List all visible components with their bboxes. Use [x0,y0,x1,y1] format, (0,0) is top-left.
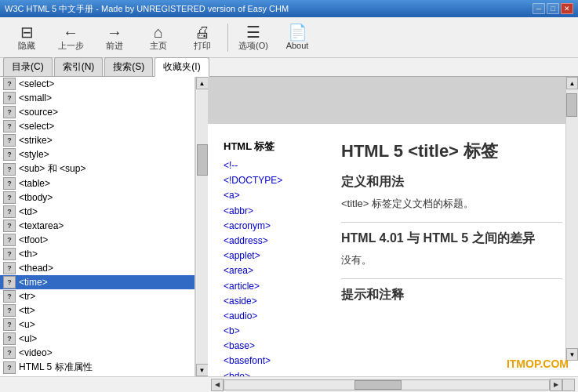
tree-item-text: <textarea> [19,220,64,231]
tab-favorites[interactable]: 收藏夹(I) [154,57,209,77]
tree-item-text: <style> [19,149,49,160]
tree-item[interactable]: ?<ul> [0,332,194,346]
tree-item-icon: ? [3,120,16,132]
tree-item[interactable]: ?<small> [0,91,194,105]
tree-item[interactable]: ?<style> [0,147,194,162]
tree-item[interactable]: ?<td> [0,205,194,219]
scroll-down-button[interactable]: ▼ [196,364,209,376]
tab-search[interactable]: 搜索(S) [104,57,153,76]
toolbar-forward-button[interactable]: → 前进 [94,20,135,55]
tag-link[interactable]: <audio> [224,309,325,324]
tree-item[interactable]: ?<tt> [0,303,194,318]
tree-item[interactable]: ?<time> [0,275,194,289]
options-icon: ☰ [246,24,260,40]
tree-item-text: <video> [19,347,53,358]
about-icon: 📄 [288,24,307,40]
tab-index[interactable]: 索引(N) [54,57,104,76]
toolbar-home-button[interactable]: ⌂ 主页 [138,20,179,55]
tree-item[interactable]: ?<th> [0,247,194,261]
hscroll-right-button[interactable]: ▶ [550,379,562,391]
tree-item[interactable]: ?HTML 5 标准属性 [0,360,194,375]
tree-item-text: <small> [19,93,52,103]
tag-link[interactable]: <article> [224,279,325,294]
tag-link[interactable]: <!-- [224,158,325,173]
tag-link[interactable]: <basefont> [224,354,325,368]
left-scrollbar[interactable]: ▲ ▼ [195,77,208,376]
tab-contents[interactable]: 目录(C) [3,57,53,76]
tag-link[interactable]: <a> [224,188,325,203]
tag-link[interactable]: <area> [224,263,325,278]
tag-link[interactable]: <bdo> [224,369,325,376]
tree-item[interactable]: ?<strike> [0,133,194,147]
toolbar-about-button[interactable]: 📄 About [277,20,318,55]
tag-link[interactable]: <base> [224,339,325,354]
right-scrollbar[interactable]: ▲ ▼ [565,77,578,361]
tab-bar: 目录(C) 索引(N) 搜索(S) 收藏夹(I) [0,58,578,77]
tree-item-icon: ? [3,234,16,246]
tree-item-text: <tr> [19,291,35,302]
toolbar-print-button[interactable]: 🖨 打印 [182,20,223,55]
scroll-thumb-track [197,89,208,364]
minimize-button[interactable]: ─ [533,3,545,14]
html-tags-list: <!--<!DOCTYPE><a><abbr><acronym><address… [224,158,325,376]
tree-item-text: <strike> [19,135,53,146]
tree-item-text: <ul> [19,333,37,344]
tree-item[interactable]: ?<video> [0,346,194,360]
left-panel: ?<select>?<small>?<source>?<select>?<str… [0,77,195,376]
scroll-corner [562,379,575,391]
tree-item[interactable]: ?<select> [0,77,194,91]
main-content-column: HTML 5 <title> 标签 定义和用法 <title> 标签定义文档的标… [341,140,562,376]
tree-item[interactable]: ?<tfoot> [0,233,194,247]
tree-item-icon: ? [3,205,16,218]
hscroll-left-button[interactable]: ◀ [211,379,224,391]
tree-item[interactable]: ?<textarea> [0,219,194,233]
right-scroll-thumb[interactable] [566,93,577,117]
tag-link[interactable]: <abbr> [224,204,325,219]
tag-link[interactable]: <applet> [224,249,325,263]
tree-scroll[interactable]: ?<select>?<small>?<source>?<select>?<str… [0,77,194,376]
toolbar-back-button[interactable]: ← 上一步 [50,20,91,55]
tree-item-text: <u> [19,319,35,330]
hscroll-thumb[interactable] [354,380,402,390]
tree-item-icon: ? [3,376,16,377]
tree-item-icon: ? [3,92,16,104]
tree-item[interactable]: ?<table> [0,176,194,191]
tree-item[interactable]: ?<source> [0,105,194,119]
tree-item[interactable]: ?<tr> [0,289,194,303]
forward-label: 前进 [106,42,123,50]
scroll-up-button[interactable]: ▲ [196,77,209,89]
tree-item[interactable]: ?HTML 5 条件主册 [0,375,194,376]
main-area: ?<select>?<small>?<source>?<select>?<str… [0,77,578,376]
tag-link[interactable]: <!DOCTYPE> [224,173,325,188]
tree-item-text: <tfoot> [19,234,48,245]
toolbar-options-button[interactable]: ☰ 选项(O) [233,20,274,55]
section3-title: 提示和注释 [341,287,562,303]
title-bar-text: W3C HTML 5 中文手册 - Made by UNREGISTERED v… [5,3,533,15]
tree-item[interactable]: ?<u> [0,318,194,332]
toolbar-hide-button[interactable]: ⊟ 隐藏 [6,20,47,55]
tag-link[interactable]: <address> [224,234,325,249]
scroll-thumb[interactable] [197,144,208,176]
tree-item[interactable]: ?<select> [0,119,194,133]
tree-item-icon: ? [3,106,16,118]
options-label: 选项(O) [238,42,268,50]
back-icon: ← [63,24,78,40]
divider2 [341,278,562,279]
tree-item-text: HTML 5 条件主册 [19,376,93,376]
tree-item-text: HTML 5 标准属性 [19,361,93,374]
tree-item-icon: ? [3,304,16,317]
left-panel-container: ?<select>?<small>?<source>?<select>?<str… [0,77,208,376]
tree-item[interactable]: ?<thead> [0,261,194,275]
tree-item[interactable]: ?<tbody> [0,191,194,205]
close-button[interactable]: ✕ [561,3,573,14]
horizontal-scrollbar[interactable] [224,379,550,390]
tag-link[interactable]: <aside> [224,294,325,309]
tag-link[interactable]: <acronym> [224,219,325,234]
tree-item[interactable]: ?<sub> 和 <sup> [0,162,194,176]
tag-link[interactable]: <b> [224,324,325,339]
right-scroll-area[interactable]: HTML 标签 <!--<!DOCTYPE><a><abbr><acronym>… [208,77,578,376]
about-label: About [286,42,309,50]
right-scroll-up[interactable]: ▲ [566,77,578,89]
right-scroll-track [566,89,578,348]
maximize-button[interactable]: □ [547,3,559,14]
